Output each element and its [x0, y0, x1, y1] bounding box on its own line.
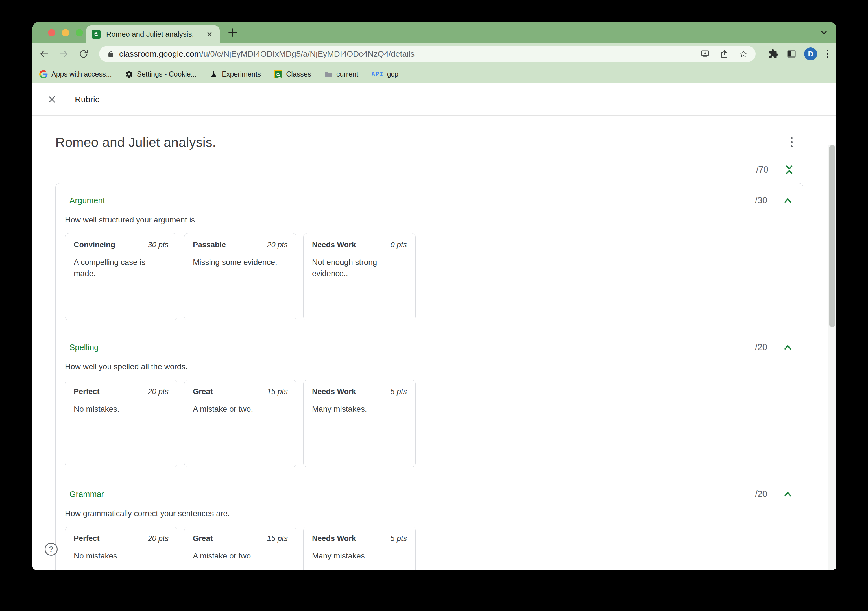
classroom-icon	[274, 70, 282, 79]
level-description: No mistakes.	[74, 550, 169, 561]
level-points: 15 pts	[267, 534, 288, 543]
bookmark-current[interactable]: current	[324, 70, 358, 79]
flask-icon	[209, 70, 218, 79]
level-card[interactable]: Perfect 20 pts No mistakes.	[65, 380, 177, 467]
bookmark-experiments[interactable]: Experiments	[209, 70, 261, 79]
level-card[interactable]: Perfect 20 pts No mistakes.	[65, 527, 177, 570]
api-icon: API	[371, 71, 383, 78]
tab-strip: Romeo and Juliet analysis.	[33, 22, 836, 43]
reload-button[interactable]	[77, 47, 90, 60]
level-points: 5 pts	[390, 534, 407, 543]
url-path: /u/0/c/NjEyMDI4ODIxMDg5/a/NjEyMDI4ODc4Nz…	[201, 50, 414, 59]
scrollbar-thumb[interactable]	[829, 145, 835, 327]
level-card[interactable]: Needs Work 5 pts Many mistakes.	[303, 380, 415, 467]
lock-icon[interactable]	[107, 50, 115, 58]
level-title: Needs Work	[312, 388, 356, 396]
criterion-points: /30	[755, 195, 767, 206]
panel-title: Rubric	[75, 95, 99, 104]
criterion-section-argument: Argument /30 How well structured your ar…	[56, 183, 803, 330]
bookmark-star-icon[interactable]	[739, 49, 748, 59]
bookmark-apps-with-access[interactable]: Apps with access...	[39, 70, 112, 79]
url-text[interactable]: classroom.google.com/u/0/c/NjEyMDI4ODIxM…	[119, 50, 691, 59]
level-title: Passable	[193, 240, 226, 249]
level-points: 15 pts	[267, 388, 288, 396]
classroom-favicon-icon	[92, 30, 101, 39]
new-tab-button[interactable]	[227, 26, 239, 39]
forward-icon	[59, 49, 69, 59]
reload-icon	[79, 49, 89, 59]
help-button[interactable]: ?	[45, 543, 57, 556]
page-content: Rubric Romeo and Juliet analysis. /70	[33, 83, 836, 570]
tab-title: Romeo and Juliet analysis.	[106, 30, 206, 39]
level-description: No mistakes.	[74, 403, 169, 415]
level-points: 0 pts	[390, 240, 407, 249]
level-card[interactable]: Passable 20 pts Missing some evidence.	[184, 233, 296, 321]
browser-window: Romeo and Juliet analysis. classroom.goo…	[33, 22, 836, 570]
chevron-up-icon[interactable]	[782, 195, 794, 206]
level-card[interactable]: Needs Work 5 pts Many mistakes.	[303, 527, 415, 570]
forward-button[interactable]	[57, 47, 70, 60]
bookmark-settings[interactable]: Settings - Cookie...	[125, 70, 197, 79]
share-icon[interactable]	[719, 49, 729, 59]
close-icon[interactable]	[46, 94, 57, 105]
rubric-menu-button[interactable]	[788, 135, 795, 150]
level-points: 20 pts	[267, 240, 288, 249]
level-description: A compelling case is made.	[74, 257, 169, 279]
close-window-button[interactable]	[48, 29, 55, 36]
browser-tab[interactable]: Romeo and Juliet analysis.	[86, 25, 220, 43]
url-bar[interactable]: classroom.google.com/u/0/c/NjEyMDI4ODIxM…	[99, 46, 756, 62]
criterion-section-grammar: Grammar /20 How grammatically correct yo…	[56, 477, 803, 570]
level-description: Missing some evidence.	[193, 257, 288, 268]
level-description: Not enough strong evidence..	[312, 257, 407, 279]
level-title: Great	[193, 388, 213, 396]
criterion-description: How grammatically correct your sentences…	[65, 509, 794, 518]
criterion-section-spelling: Spelling /20 How well you spelled all th…	[56, 330, 803, 477]
install-app-icon[interactable]	[700, 49, 710, 59]
level-card[interactable]: Needs Work 0 pts Not enough strong evide…	[303, 233, 415, 321]
side-panel-button[interactable]	[786, 48, 797, 59]
bookmark-classes[interactable]: Classes	[274, 70, 311, 79]
bookmark-gcp[interactable]: API gcp	[371, 70, 398, 78]
criterion-points: /20	[755, 342, 767, 352]
level-title: Perfect	[74, 388, 100, 396]
url-domain: classroom.google.com	[119, 50, 201, 59]
level-title: Great	[193, 534, 213, 543]
criterion-description: How well structured your argument is.	[65, 216, 794, 225]
level-title: Convincing	[74, 240, 115, 249]
zoom-window-button[interactable]	[76, 29, 83, 36]
level-points: 5 pts	[390, 388, 407, 396]
level-description: Many mistakes.	[312, 403, 407, 415]
chevron-up-icon[interactable]	[782, 488, 794, 500]
folder-icon	[324, 70, 333, 79]
level-card[interactable]: Great 15 pts A mistake or two.	[184, 380, 296, 467]
level-points: 30 pts	[148, 240, 169, 249]
criterion-name: Argument	[70, 196, 105, 205]
gear-icon	[125, 70, 133, 79]
profile-avatar[interactable]: D	[804, 47, 817, 60]
tab-close-icon[interactable]	[206, 30, 214, 38]
criteria-container: Argument /30 How well structured your ar…	[55, 183, 803, 570]
side-panel-icon	[786, 49, 797, 59]
rubric-panel-header: Rubric	[33, 83, 836, 116]
minimize-window-button[interactable]	[62, 29, 69, 36]
level-card[interactable]: Convincing 30 pts A compelling case is m…	[65, 233, 177, 321]
criterion-name: Grammar	[70, 490, 104, 499]
page-scrollbar[interactable]	[828, 144, 836, 570]
level-points: 20 pts	[148, 534, 169, 543]
tab-search-chevron-icon[interactable]	[819, 28, 829, 37]
chrome-menu-button[interactable]	[825, 48, 830, 60]
collapse-all-icon[interactable]	[783, 163, 795, 176]
puzzle-icon	[768, 49, 778, 59]
level-card[interactable]: Great 15 pts A mistake or two.	[184, 527, 296, 570]
back-button[interactable]	[37, 47, 51, 60]
assignment-title: Romeo and Juliet analysis.	[55, 134, 216, 150]
extensions-button[interactable]	[768, 48, 779, 59]
chevron-up-icon[interactable]	[782, 341, 794, 353]
level-description: Many mistakes.	[312, 550, 407, 561]
google-logo-icon	[39, 70, 48, 79]
level-title: Perfect	[74, 534, 100, 543]
rubric-main: Romeo and Juliet analysis. /70 Argument	[33, 129, 836, 570]
criterion-description: How well you spelled all the words.	[65, 362, 794, 371]
bookmarks-bar: Apps with access... Settings - Cookie...…	[33, 65, 836, 83]
browser-toolbar: classroom.google.com/u/0/c/NjEyMDI4ODIxM…	[33, 43, 836, 65]
